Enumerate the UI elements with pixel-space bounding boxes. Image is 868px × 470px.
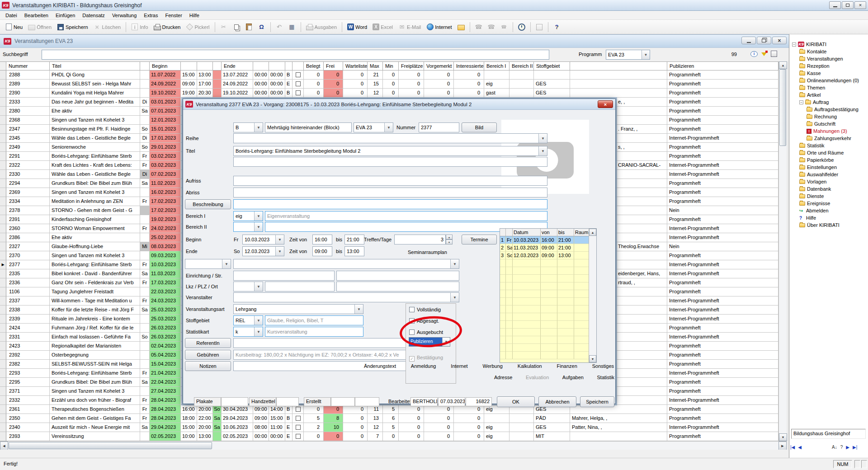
table-row-2390[interactable]: 2390Kundalini Yoga mit Helga Mahrer19.10…: [0, 89, 778, 98]
column-header-bb[interactable]: [197, 62, 213, 70]
menu-item-datensatz[interactable]: Datensatz: [79, 12, 108, 19]
dialog-tab-sonstiges[interactable]: Sonstiges: [592, 363, 614, 369]
menu-item-fenster[interactable]: Fenster: [162, 12, 186, 19]
filter-icon[interactable]: [760, 50, 768, 57]
scroll-down-icon[interactable]: ▼: [589, 355, 596, 362]
tree-item-vorlagen[interactable]: Vorlagen: [789, 178, 868, 185]
inner-close-button[interactable]: ×: [772, 37, 787, 44]
toolbar-internet-button[interactable]: Internet: [424, 22, 454, 33]
tree-item-mahnungen-3-[interactable]: !Mahnungen (3): [789, 127, 868, 135]
row-selector[interactable]: [0, 116, 6, 125]
row-selector[interactable]: [0, 70, 6, 80]
column-header-lt[interactable]: [285, 62, 292, 70]
column-header-fp[interactable]: Freiplätze: [399, 62, 424, 70]
toolbar-info-button[interactable]: Info: [129, 22, 150, 33]
chevron-down-icon[interactable]: ▼: [254, 327, 263, 336]
tree-item-auftragsbest-tigung[interactable]: Auftragsbestätigung: [789, 106, 868, 113]
tree-item-abmelden[interactable]: ↪Abmelden: [789, 207, 868, 214]
erstellt-value-1[interactable]: [331, 397, 355, 406]
ausgebucht-checkbox[interactable]: Ausgebucht: [409, 329, 443, 335]
inner-minimize-button[interactable]: [741, 37, 756, 44]
toolbar-help-button[interactable]: [551, 22, 563, 33]
termine-row-2[interactable]: 2Sa11.03.202309:0021:00: [500, 244, 596, 252]
column-header-d2[interactable]: [213, 62, 222, 70]
tree-item-orte-und-r-ume[interactable]: Orte und Räume: [789, 149, 868, 156]
nummer-field[interactable]: 2377: [419, 122, 459, 132]
inner-restore-button[interactable]: [757, 37, 771, 44]
tree-item--ber-kiribati[interactable]: Über KIRIBATI: [789, 221, 868, 229]
toolbar-paste-button[interactable]: [243, 22, 255, 33]
column-header-sg[interactable]: Stoffgebiet: [534, 62, 570, 70]
dialog-tab-statistik[interactable]: Statistik: [597, 375, 614, 380]
row-selector[interactable]: [0, 98, 6, 107]
row-selector[interactable]: [0, 125, 6, 134]
column-header-be[interactable]: Belegt: [304, 62, 324, 70]
help-question-icon[interactable]: ?: [840, 445, 843, 450]
column-header-ck[interactable]: [292, 62, 304, 70]
programm-combo[interactable]: EVA 23 ▼: [606, 50, 650, 60]
dialog-tab-internet[interactable]: Internet: [451, 363, 467, 369]
toolbar-phone-3-button[interactable]: [498, 22, 510, 33]
aufriss-field[interactable]: [233, 176, 547, 186]
tree-item-einstellungen[interactable]: Einstellungen: [789, 164, 868, 171]
row-selector[interactable]: [0, 134, 6, 143]
erstellt-value-2[interactable]: [355, 397, 379, 406]
titel-line2-field[interactable]: [233, 157, 547, 167]
toolbar-excel-button[interactable]: XExcel: [370, 22, 395, 32]
row-selector[interactable]: [0, 242, 6, 251]
row-selector[interactable]: [0, 315, 6, 324]
scroll-right-icon[interactable]: ▶: [778, 442, 787, 450]
beschreibung-button[interactable]: Beschreibung: [185, 199, 231, 209]
close-button[interactable]: ×: [854, 1, 866, 9]
stoffgebiet-combo[interactable]: REL▼: [233, 315, 263, 325]
statistikart-combo[interactable]: k▼: [233, 327, 263, 337]
plakate-value[interactable]: [221, 397, 248, 406]
next-record-icon[interactable]: ▶: [846, 445, 849, 450]
chevron-down-icon[interactable]: ▼: [254, 212, 263, 221]
column-header-ev[interactable]: [253, 62, 269, 70]
column-header-d1[interactable]: [140, 62, 150, 70]
chevron-down-icon[interactable]: ▼: [538, 134, 547, 143]
toolbar-email-button[interactable]: E-Mail: [396, 22, 423, 33]
typ-combo[interactable]: B▼: [233, 122, 263, 132]
toolbar-word-button[interactable]: WWord: [345, 22, 369, 32]
column-header-it[interactable]: Interessierte: [454, 62, 484, 70]
row-selector[interactable]: [0, 324, 6, 333]
previous-record-icon[interactable]: ◀: [798, 445, 802, 450]
toolbar-clock-button[interactable]: [516, 22, 528, 33]
treffen-spinner[interactable]: ▲▼: [446, 235, 453, 244]
beginn-bis-field[interactable]: 21:00: [344, 235, 364, 244]
column-header-fr[interactable]: Frei: [324, 62, 343, 70]
bereich2-combo[interactable]: ▼: [233, 222, 263, 232]
chevron-down-icon[interactable]: ▼: [450, 259, 459, 268]
tree-item-datenbank[interactable]: Datenbank: [789, 185, 868, 193]
column-header-n[interactable]: Nummer: [6, 62, 50, 70]
tree-item-rezeption[interactable]: Rezeption: [789, 62, 868, 70]
treffen-field[interactable]: 3: [394, 235, 446, 244]
row-selector[interactable]: [0, 215, 6, 224]
toolbar-open-button[interactable]: Öffnen: [26, 22, 54, 33]
first-record-icon[interactable]: |◀: [790, 445, 795, 450]
cancel-button[interactable]: Abbrechen: [538, 396, 576, 407]
chevron-down-icon[interactable]: ▼: [254, 316, 263, 325]
row-checkbox[interactable]: [296, 407, 301, 412]
vscroll-thumb[interactable]: [779, 69, 786, 146]
toolbar-phone-2-button[interactable]: [486, 22, 497, 33]
dialog-tab-anmeldung[interactable]: Anmeldung: [411, 363, 436, 369]
column-header-ed[interactable]: Ende: [222, 62, 253, 70]
row-selector[interactable]: [0, 423, 6, 432]
abgesagt-checkbox[interactable]: Abgesagt.: [409, 318, 439, 324]
einrichtung-field-2[interactable]: [336, 271, 459, 281]
row-selector[interactable]: [0, 306, 6, 315]
menu-item-bearbeiten[interactable]: Bearbeiten: [21, 12, 52, 19]
menu-item-hilfe[interactable]: Hilfe: [186, 12, 203, 19]
row-selector[interactable]: [0, 206, 6, 215]
ort-field[interactable]: [336, 282, 459, 291]
toolbar-grid-button[interactable]: [286, 22, 298, 33]
tree-item-kiribati[interactable]: −K9KIRIBATI: [789, 41, 868, 48]
current-record-marker[interactable]: ▶: [0, 260, 6, 269]
column-header-t[interactable]: Titel: [50, 62, 140, 70]
bereich1-text-field[interactable]: Eigenveranstaltung: [265, 211, 547, 221]
toolbar-delete-button[interactable]: Löschen: [91, 22, 123, 33]
bild-button[interactable]: Bild: [462, 122, 497, 132]
